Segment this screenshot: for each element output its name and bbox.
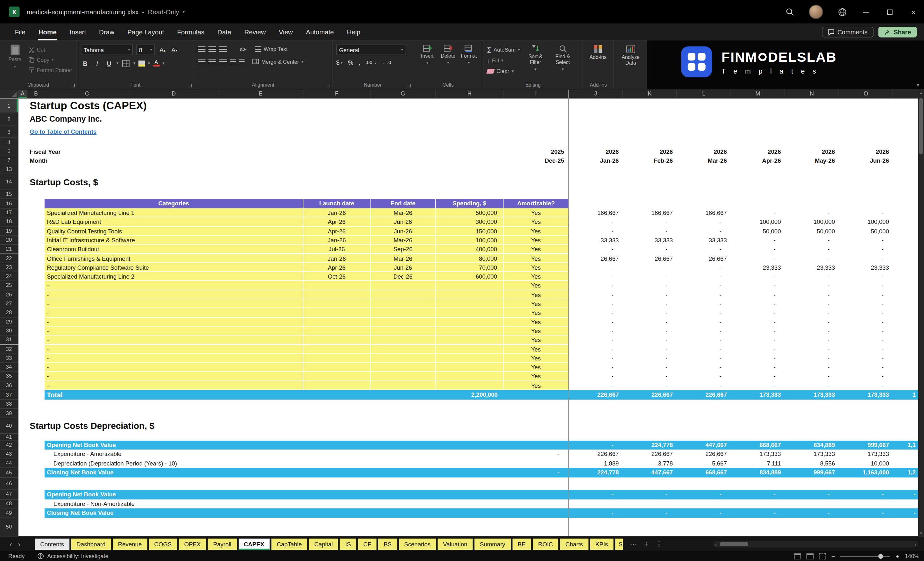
dep-row-label[interactable]: Closing Net Book Value — [47, 508, 237, 518]
item-amortizable[interactable]: Yes — [504, 354, 569, 363]
font-color-button[interactable]: A — [153, 59, 159, 68]
dep-row-label[interactable]: Depreciation (Depreciation Period (Years… — [54, 459, 309, 468]
menu-automate[interactable]: Automate — [299, 24, 340, 40]
total-month-value[interactable]: 173,333 — [839, 390, 889, 400]
item-launch-date[interactable]: Apr-26 — [303, 218, 370, 227]
item-spending[interactable] — [436, 327, 504, 336]
font-name-combo[interactable]: Tahoma▾ — [81, 45, 133, 56]
month-value[interactable]: - — [731, 336, 776, 345]
item-end-date[interactable]: Jun-26 — [370, 263, 436, 272]
table-header[interactable]: Amortizable? — [504, 199, 569, 208]
total-clipped-value[interactable]: 1 — [893, 390, 916, 400]
month-value[interactable]: - — [677, 218, 722, 227]
item-spending[interactable] — [436, 345, 504, 354]
row-header-6[interactable]: 6 — [0, 147, 18, 156]
item-launch-date[interactable] — [303, 299, 370, 309]
dep-month-value[interactable]: - — [731, 508, 776, 518]
item-end-date[interactable] — [370, 317, 436, 327]
item-amortizable[interactable]: Yes — [504, 381, 569, 390]
scroll-right-icon[interactable]: › — [913, 541, 918, 547]
month-value[interactable]: - — [677, 272, 722, 281]
month-value[interactable]: - — [677, 336, 722, 345]
month-value[interactable]: - — [731, 208, 776, 218]
month-value[interactable]: 166,667 — [569, 208, 619, 218]
row-header-24[interactable]: 24 — [0, 272, 18, 281]
total-month-value[interactable]: 173,333 — [785, 390, 835, 400]
item-amortizable[interactable]: Yes — [504, 254, 569, 263]
item-end-date[interactable] — [370, 336, 436, 345]
dep-month-value[interactable]: - — [569, 490, 614, 499]
item-end-date[interactable] — [370, 363, 436, 372]
item-spending[interactable]: 300,000 — [436, 218, 504, 227]
month-value[interactable]: - — [623, 281, 668, 290]
period-value[interactable]: 2026 — [839, 147, 889, 156]
item-end-date[interactable] — [370, 281, 436, 290]
row-header-28[interactable]: 28 — [0, 309, 18, 318]
period-value[interactable]: Mar-26 — [677, 156, 727, 165]
item-name[interactable]: Specialized Manufacturing Line 2 — [45, 272, 303, 281]
period-value[interactable]: 2026 — [731, 147, 781, 156]
row-label[interactable]: Month — [30, 156, 160, 165]
row-header-46[interactable]: 46 — [0, 478, 18, 490]
item-launch-date[interactable] — [303, 345, 370, 354]
month-value[interactable]: - — [731, 372, 776, 381]
month-value[interactable]: - — [677, 327, 722, 336]
month-value[interactable]: - — [839, 372, 884, 381]
dep-month-value[interactable]: - — [785, 490, 830, 499]
month-value[interactable]: 100,000 — [785, 218, 835, 227]
month-value[interactable]: - — [623, 299, 668, 309]
dep-month-value[interactable]: - — [569, 508, 614, 518]
row-header-32[interactable]: 32 — [0, 345, 18, 354]
dep-month-value[interactable]: 999,667 — [785, 468, 835, 478]
row-header-49[interactable]: 49 — [0, 508, 18, 518]
month-value[interactable]: - — [569, 317, 614, 327]
month-value[interactable]: 26,667 — [677, 254, 727, 263]
item-end-date[interactable] — [370, 327, 436, 336]
table-header[interactable]: End date — [370, 199, 436, 208]
dep-month-value[interactable]: 226,667 — [569, 450, 619, 459]
total-month-value[interactable]: 226,667 — [677, 390, 727, 400]
month-value[interactable]: - — [731, 290, 776, 299]
month-value[interactable]: - — [839, 309, 884, 318]
item-end-date[interactable] — [370, 309, 436, 318]
item-spending[interactable] — [436, 317, 504, 327]
item-launch-date[interactable] — [303, 354, 370, 363]
month-value[interactable]: - — [569, 372, 614, 381]
avatar[interactable] — [809, 5, 823, 19]
dep-month-value[interactable]: 226,667 — [677, 450, 727, 459]
clipboard-dialog-launcher[interactable] — [71, 84, 75, 87]
month-value[interactable]: - — [623, 290, 668, 299]
item-launch-date[interactable] — [303, 327, 370, 336]
fill-button[interactable]: ↓Fill▾ — [487, 56, 520, 64]
month-value[interactable]: - — [569, 227, 614, 236]
month-value[interactable]: - — [623, 381, 668, 390]
dep-month-value[interactable]: 1,163,000 — [839, 468, 889, 478]
sheet-tab-kpis[interactable]: KPIs — [590, 538, 613, 549]
item-spending[interactable]: 80,000 — [436, 254, 504, 263]
delete-cells-button[interactable]: Delete▾ — [438, 43, 459, 81]
month-value[interactable]: - — [839, 208, 884, 218]
currency-format-button[interactable]: $▾ — [336, 60, 343, 66]
item-spending[interactable] — [436, 290, 504, 299]
period-value[interactable]: 2026 — [677, 147, 727, 156]
month-value[interactable]: 166,667 — [677, 208, 727, 218]
month-value[interactable]: - — [731, 236, 776, 245]
month-value[interactable]: - — [623, 327, 668, 336]
menu-view[interactable]: View — [272, 24, 299, 40]
align-bottom-icon[interactable] — [219, 46, 227, 52]
increase-font-button[interactable]: A▴ — [158, 45, 167, 54]
zoom-in-button[interactable]: + — [896, 552, 900, 560]
sheet-title[interactable]: Startup Costs (CAPEX) — [30, 99, 339, 113]
menu-draw[interactable]: Draw — [93, 24, 121, 40]
item-amortizable[interactable]: Yes — [504, 317, 569, 327]
dep-row-label[interactable]: Opening Net Book Value — [47, 490, 237, 499]
decrease-indent-icon[interactable] — [230, 58, 236, 64]
month-value[interactable]: - — [677, 227, 722, 236]
wrap-text-button[interactable]: Wrap Text — [255, 45, 288, 54]
item-amortizable[interactable]: Yes — [504, 218, 569, 227]
new-sheet-button[interactable]: + — [644, 540, 648, 548]
format-cells-button[interactable]: Format▾ — [459, 43, 479, 81]
item-amortizable[interactable]: Yes — [504, 245, 569, 254]
month-value[interactable]: - — [677, 290, 722, 299]
normal-view-icon[interactable] — [794, 553, 801, 559]
